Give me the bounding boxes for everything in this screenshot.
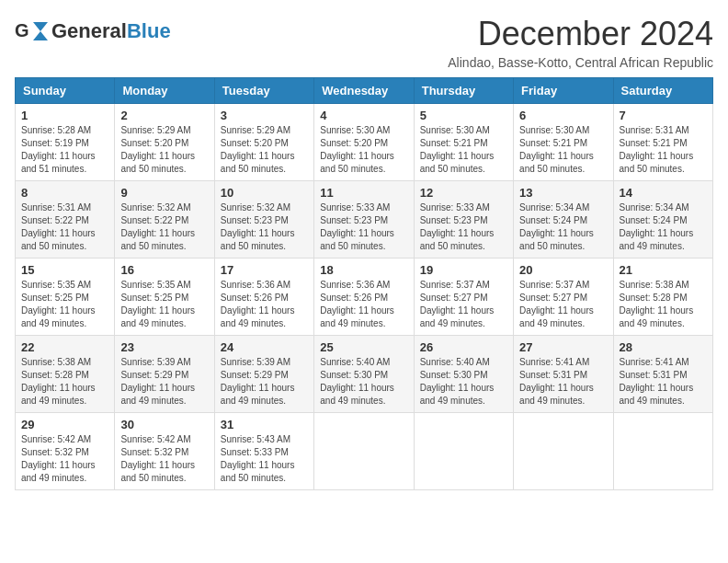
- day-number: 12: [420, 186, 507, 200]
- day-number: 29: [21, 418, 108, 431]
- day-info: Sunrise: 5:35 AM Sunset: 5:25 PM Dayligh…: [21, 279, 108, 330]
- table-row: 16 Sunrise: 5:35 AM Sunset: 5:25 PM Dayl…: [115, 259, 214, 336]
- day-info: Sunrise: 5:35 AM Sunset: 5:25 PM Dayligh…: [120, 279, 208, 330]
- day-info: Sunrise: 5:30 AM Sunset: 5:21 PM Dayligh…: [519, 124, 607, 176]
- day-info: Sunrise: 5:36 AM Sunset: 5:26 PM Dayligh…: [221, 279, 308, 330]
- day-info: Sunrise: 5:42 AM Sunset: 5:32 PM Dayligh…: [21, 433, 108, 485]
- svg-marker-1: [33, 22, 48, 40]
- table-row: 15 Sunrise: 5:35 AM Sunset: 5:25 PM Dayl…: [16, 259, 115, 336]
- col-saturday: Saturday: [613, 78, 712, 104]
- day-number: 19: [420, 263, 507, 277]
- table-row: 25 Sunrise: 5:40 AM Sunset: 5:30 PM Dayl…: [314, 336, 414, 413]
- day-info: Sunrise: 5:33 AM Sunset: 5:23 PM Dayligh…: [420, 201, 507, 253]
- table-row: 18 Sunrise: 5:36 AM Sunset: 5:26 PM Dayl…: [314, 259, 414, 336]
- day-number: 5: [420, 109, 507, 122]
- table-row: 13 Sunrise: 5:34 AM Sunset: 5:24 PM Dayl…: [514, 181, 613, 259]
- day-info: Sunrise: 5:37 AM Sunset: 5:27 PM Dayligh…: [519, 279, 607, 330]
- table-row: 28 Sunrise: 5:41 AM Sunset: 5:31 PM Dayl…: [613, 336, 712, 413]
- day-info: Sunrise: 5:34 AM Sunset: 5:24 PM Dayligh…: [620, 201, 707, 253]
- day-number: 30: [120, 418, 208, 431]
- day-info: Sunrise: 5:29 AM Sunset: 5:20 PM Dayligh…: [221, 124, 308, 176]
- month-title: December 2024: [448, 15, 713, 53]
- table-row: [414, 413, 513, 490]
- calendar-row: 8 Sunrise: 5:31 AM Sunset: 5:22 PM Dayli…: [16, 181, 713, 259]
- day-number: 17: [221, 263, 308, 277]
- day-number: 11: [320, 186, 407, 200]
- day-info: Sunrise: 5:31 AM Sunset: 5:22 PM Dayligh…: [21, 201, 108, 253]
- table-row: 11 Sunrise: 5:33 AM Sunset: 5:23 PM Dayl…: [314, 181, 414, 259]
- day-info: Sunrise: 5:42 AM Sunset: 5:32 PM Dayligh…: [120, 433, 208, 485]
- logo-blue: Blue: [127, 19, 171, 42]
- day-number: 22: [21, 340, 108, 354]
- table-row: 30 Sunrise: 5:42 AM Sunset: 5:32 PM Dayl…: [115, 413, 214, 490]
- table-row: 27 Sunrise: 5:41 AM Sunset: 5:31 PM Dayl…: [514, 336, 613, 413]
- day-info: Sunrise: 5:40 AM Sunset: 5:30 PM Dayligh…: [420, 356, 507, 408]
- day-number: 25: [320, 340, 407, 354]
- day-info: Sunrise: 5:28 AM Sunset: 5:19 PM Dayligh…: [21, 124, 108, 176]
- day-info: Sunrise: 5:30 AM Sunset: 5:20 PM Dayligh…: [320, 124, 407, 176]
- calendar-row: 29 Sunrise: 5:42 AM Sunset: 5:32 PM Dayl…: [16, 413, 713, 490]
- col-sunday: Sunday: [16, 78, 115, 104]
- day-number: 9: [120, 186, 208, 200]
- day-info: Sunrise: 5:41 AM Sunset: 5:31 PM Dayligh…: [519, 356, 607, 408]
- day-number: 18: [320, 263, 407, 277]
- calendar-row: 22 Sunrise: 5:38 AM Sunset: 5:28 PM Dayl…: [16, 336, 713, 413]
- calendar-table: Sunday Monday Tuesday Wednesday Thursday…: [15, 77, 713, 490]
- day-info: Sunrise: 5:43 AM Sunset: 5:33 PM Dayligh…: [221, 433, 308, 485]
- day-number: 16: [120, 263, 208, 277]
- day-info: Sunrise: 5:34 AM Sunset: 5:24 PM Dayligh…: [519, 201, 607, 253]
- day-number: 26: [420, 340, 507, 354]
- col-tuesday: Tuesday: [214, 78, 313, 104]
- table-row: 17 Sunrise: 5:36 AM Sunset: 5:26 PM Dayl…: [214, 259, 313, 336]
- day-info: Sunrise: 5:39 AM Sunset: 5:29 PM Dayligh…: [221, 356, 308, 408]
- day-info: Sunrise: 5:37 AM Sunset: 5:27 PM Dayligh…: [420, 279, 507, 330]
- calendar-row: 1 Sunrise: 5:28 AM Sunset: 5:19 PM Dayli…: [16, 104, 713, 181]
- table-row: 19 Sunrise: 5:37 AM Sunset: 5:27 PM Dayl…: [414, 259, 513, 336]
- header-row: Sunday Monday Tuesday Wednesday Thursday…: [16, 78, 713, 104]
- day-number: 21: [620, 263, 707, 277]
- day-number: 1: [21, 109, 108, 122]
- page-container: G GeneralBlue December 2024 Alindao, Bas…: [15, 15, 713, 490]
- day-number: 10: [221, 186, 308, 200]
- day-number: 31: [221, 418, 308, 431]
- table-row: 14 Sunrise: 5:34 AM Sunset: 5:24 PM Dayl…: [613, 181, 712, 259]
- calendar-row: 15 Sunrise: 5:35 AM Sunset: 5:25 PM Dayl…: [16, 259, 713, 336]
- day-number: 6: [519, 109, 607, 122]
- svg-text:G: G: [15, 20, 29, 40]
- table-row: 24 Sunrise: 5:39 AM Sunset: 5:29 PM Dayl…: [214, 336, 313, 413]
- day-info: Sunrise: 5:41 AM Sunset: 5:31 PM Dayligh…: [620, 356, 707, 408]
- day-number: 20: [519, 263, 607, 277]
- table-row: 5 Sunrise: 5:30 AM Sunset: 5:21 PM Dayli…: [414, 104, 513, 181]
- day-number: 13: [519, 186, 607, 200]
- table-row: 31 Sunrise: 5:43 AM Sunset: 5:33 PM Dayl…: [214, 413, 313, 490]
- table-row: 9 Sunrise: 5:32 AM Sunset: 5:22 PM Dayli…: [115, 181, 214, 259]
- table-row: 26 Sunrise: 5:40 AM Sunset: 5:30 PM Dayl…: [414, 336, 513, 413]
- day-number: 24: [221, 340, 308, 354]
- day-number: 14: [620, 186, 707, 200]
- table-row: 22 Sunrise: 5:38 AM Sunset: 5:28 PM Dayl…: [16, 336, 115, 413]
- day-info: Sunrise: 5:31 AM Sunset: 5:21 PM Dayligh…: [620, 124, 707, 176]
- table-row: [314, 413, 414, 490]
- day-info: Sunrise: 5:39 AM Sunset: 5:29 PM Dayligh…: [120, 356, 208, 408]
- header: G GeneralBlue December 2024 Alindao, Bas…: [15, 15, 713, 70]
- table-row: 3 Sunrise: 5:29 AM Sunset: 5:20 PM Dayli…: [214, 104, 313, 181]
- table-row: 23 Sunrise: 5:39 AM Sunset: 5:29 PM Dayl…: [115, 336, 214, 413]
- table-row: 6 Sunrise: 5:30 AM Sunset: 5:21 PM Dayli…: [514, 104, 613, 181]
- table-row: 2 Sunrise: 5:29 AM Sunset: 5:20 PM Dayli…: [115, 104, 214, 181]
- logo-general: General: [51, 19, 127, 42]
- day-info: Sunrise: 5:38 AM Sunset: 5:28 PM Dayligh…: [21, 356, 108, 408]
- day-info: Sunrise: 5:32 AM Sunset: 5:23 PM Dayligh…: [221, 201, 308, 253]
- table-row: 12 Sunrise: 5:33 AM Sunset: 5:23 PM Dayl…: [414, 181, 513, 259]
- col-thursday: Thursday: [414, 78, 513, 104]
- table-row: 8 Sunrise: 5:31 AM Sunset: 5:22 PM Dayli…: [16, 181, 115, 259]
- day-info: Sunrise: 5:40 AM Sunset: 5:30 PM Dayligh…: [320, 356, 407, 408]
- table-row: 21 Sunrise: 5:38 AM Sunset: 5:28 PM Dayl…: [613, 259, 712, 336]
- logo: G GeneralBlue: [15, 18, 171, 44]
- table-row: 4 Sunrise: 5:30 AM Sunset: 5:20 PM Dayli…: [314, 104, 414, 181]
- day-info: Sunrise: 5:33 AM Sunset: 5:23 PM Dayligh…: [320, 201, 407, 253]
- table-row: 7 Sunrise: 5:31 AM Sunset: 5:21 PM Dayli…: [613, 104, 712, 181]
- day-info: Sunrise: 5:36 AM Sunset: 5:26 PM Dayligh…: [320, 279, 407, 330]
- col-monday: Monday: [115, 78, 214, 104]
- day-number: 4: [320, 109, 407, 122]
- title-area: December 2024 Alindao, Basse-Kotto, Cent…: [448, 15, 713, 70]
